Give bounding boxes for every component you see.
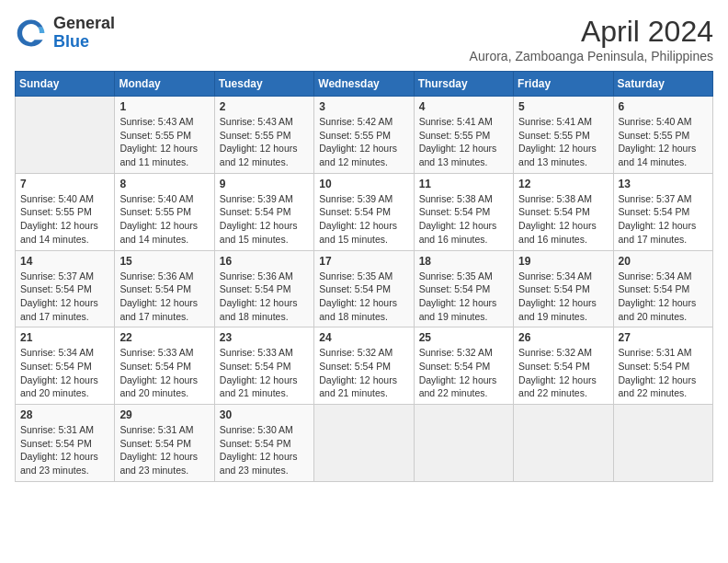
day-number: 21 xyxy=(20,331,109,344)
day-number: 30 xyxy=(220,408,309,421)
cell-text: Sunrise: 5:38 AM Sunset: 5:54 PM Dayligh… xyxy=(518,192,608,247)
weekday-header-cell: Sunday xyxy=(16,72,115,97)
cell-text: Sunrise: 5:43 AM Sunset: 5:55 PM Dayligh… xyxy=(220,115,309,169)
cell-text: Sunrise: 5:39 AM Sunset: 5:54 PM Dayligh… xyxy=(319,192,408,247)
day-number: 27 xyxy=(619,331,708,344)
logo-general-text: General xyxy=(53,14,115,32)
calendar-cell: 14Sunrise: 5:37 AM Sunset: 5:54 PM Dayli… xyxy=(16,250,115,327)
day-number: 6 xyxy=(619,100,708,113)
calendar-cell: 23Sunrise: 5:33 AM Sunset: 5:54 PM Dayli… xyxy=(214,327,313,405)
logo-icon xyxy=(15,17,48,50)
day-number: 5 xyxy=(518,100,608,113)
calendar-cell: 4Sunrise: 5:41 AM Sunset: 5:55 PM Daylig… xyxy=(414,97,513,174)
calendar-cell: 6Sunrise: 5:40 AM Sunset: 5:55 PM Daylig… xyxy=(613,97,712,174)
day-number: 16 xyxy=(220,255,309,268)
weekday-header-cell: Saturday xyxy=(613,72,712,97)
cell-text: Sunrise: 5:35 AM Sunset: 5:54 PM Dayligh… xyxy=(319,270,408,324)
cell-text: Sunrise: 5:36 AM Sunset: 5:54 PM Dayligh… xyxy=(119,270,209,324)
calendar-cell: 8Sunrise: 5:40 AM Sunset: 5:55 PM Daylig… xyxy=(115,173,214,250)
weekday-header-cell: Tuesday xyxy=(214,72,313,97)
calendar-cell: 28Sunrise: 5:31 AM Sunset: 5:54 PM Dayli… xyxy=(16,405,115,482)
calendar-cell xyxy=(514,405,613,482)
weekday-header-cell: Thursday xyxy=(414,72,513,97)
day-number: 15 xyxy=(119,255,209,268)
calendar-cell: 25Sunrise: 5:32 AM Sunset: 5:54 PM Dayli… xyxy=(414,327,513,405)
day-number: 10 xyxy=(319,178,408,190)
day-number: 19 xyxy=(518,255,608,268)
day-number: 12 xyxy=(518,178,608,190)
calendar-cell: 5Sunrise: 5:41 AM Sunset: 5:55 PM Daylig… xyxy=(514,97,613,174)
calendar-week-row: 7Sunrise: 5:40 AM Sunset: 5:55 PM Daylig… xyxy=(16,173,713,250)
day-number: 29 xyxy=(119,408,209,421)
cell-text: Sunrise: 5:37 AM Sunset: 5:54 PM Dayligh… xyxy=(20,270,109,324)
cell-text: Sunrise: 5:30 AM Sunset: 5:54 PM Dayligh… xyxy=(220,423,309,477)
subtitle: Aurora, Zamboanga Peninsula, Philippines xyxy=(470,49,713,63)
calendar-week-row: 21Sunrise: 5:34 AM Sunset: 5:54 PM Dayli… xyxy=(16,327,713,405)
cell-text: Sunrise: 5:33 AM Sunset: 5:54 PM Dayligh… xyxy=(119,346,209,400)
calendar-cell: 9Sunrise: 5:39 AM Sunset: 5:54 PM Daylig… xyxy=(214,173,313,250)
calendar-cell: 20Sunrise: 5:34 AM Sunset: 5:54 PM Dayli… xyxy=(613,250,712,327)
day-number: 1 xyxy=(119,100,209,113)
day-number: 18 xyxy=(419,255,508,268)
cell-text: Sunrise: 5:34 AM Sunset: 5:54 PM Dayligh… xyxy=(20,346,109,400)
cell-text: Sunrise: 5:43 AM Sunset: 5:55 PM Dayligh… xyxy=(119,115,209,169)
calendar-cell: 26Sunrise: 5:32 AM Sunset: 5:54 PM Dayli… xyxy=(514,327,613,405)
cell-text: Sunrise: 5:40 AM Sunset: 5:55 PM Dayligh… xyxy=(119,192,209,247)
day-number: 9 xyxy=(220,178,309,190)
calendar-cell: 30Sunrise: 5:30 AM Sunset: 5:54 PM Dayli… xyxy=(214,405,313,482)
cell-text: Sunrise: 5:38 AM Sunset: 5:54 PM Dayligh… xyxy=(419,192,508,247)
calendar-cell: 21Sunrise: 5:34 AM Sunset: 5:54 PM Dayli… xyxy=(16,327,115,405)
day-number: 8 xyxy=(119,178,209,190)
calendar-body: 1Sunrise: 5:43 AM Sunset: 5:55 PM Daylig… xyxy=(16,97,713,482)
cell-text: Sunrise: 5:35 AM Sunset: 5:54 PM Dayligh… xyxy=(419,270,508,324)
cell-text: Sunrise: 5:31 AM Sunset: 5:54 PM Dayligh… xyxy=(119,423,209,477)
day-number: 25 xyxy=(419,331,508,344)
cell-text: Sunrise: 5:31 AM Sunset: 5:54 PM Dayligh… xyxy=(619,346,708,400)
weekday-header-cell: Friday xyxy=(514,72,613,97)
day-number: 23 xyxy=(220,331,309,344)
calendar-cell: 1Sunrise: 5:43 AM Sunset: 5:55 PM Daylig… xyxy=(115,97,214,174)
cell-text: Sunrise: 5:34 AM Sunset: 5:54 PM Dayligh… xyxy=(518,270,608,324)
day-number: 26 xyxy=(518,331,608,344)
calendar-cell: 22Sunrise: 5:33 AM Sunset: 5:54 PM Dayli… xyxy=(115,327,214,405)
cell-text: Sunrise: 5:42 AM Sunset: 5:55 PM Dayligh… xyxy=(319,115,408,169)
cell-text: Sunrise: 5:39 AM Sunset: 5:54 PM Dayligh… xyxy=(220,192,309,247)
cell-text: Sunrise: 5:37 AM Sunset: 5:54 PM Dayligh… xyxy=(619,192,708,247)
cell-text: Sunrise: 5:36 AM Sunset: 5:54 PM Dayligh… xyxy=(220,270,309,324)
calendar-table: SundayMondayTuesdayWednesdayThursdayFrid… xyxy=(15,71,713,482)
calendar-cell xyxy=(414,405,513,482)
calendar-cell: 27Sunrise: 5:31 AM Sunset: 5:54 PM Dayli… xyxy=(613,327,712,405)
day-number: 2 xyxy=(220,100,309,113)
cell-text: Sunrise: 5:31 AM Sunset: 5:54 PM Dayligh… xyxy=(20,423,109,477)
logo: General Blue xyxy=(15,15,115,52)
day-number: 20 xyxy=(619,255,708,268)
calendar-cell: 15Sunrise: 5:36 AM Sunset: 5:54 PM Dayli… xyxy=(115,250,214,327)
day-number: 13 xyxy=(619,178,708,190)
day-number: 28 xyxy=(20,408,109,421)
day-number: 22 xyxy=(119,331,209,344)
cell-text: Sunrise: 5:34 AM Sunset: 5:54 PM Dayligh… xyxy=(619,270,708,324)
calendar-cell: 24Sunrise: 5:32 AM Sunset: 5:54 PM Dayli… xyxy=(314,327,414,405)
calendar-cell: 7Sunrise: 5:40 AM Sunset: 5:55 PM Daylig… xyxy=(16,173,115,250)
calendar-cell: 16Sunrise: 5:36 AM Sunset: 5:54 PM Dayli… xyxy=(214,250,313,327)
cell-text: Sunrise: 5:32 AM Sunset: 5:54 PM Dayligh… xyxy=(319,346,408,400)
calendar-cell: 10Sunrise: 5:39 AM Sunset: 5:54 PM Dayli… xyxy=(314,173,414,250)
cell-text: Sunrise: 5:41 AM Sunset: 5:55 PM Dayligh… xyxy=(419,115,508,169)
calendar-week-row: 1Sunrise: 5:43 AM Sunset: 5:55 PM Daylig… xyxy=(16,97,713,174)
weekday-header-cell: Monday xyxy=(115,72,214,97)
day-number: 17 xyxy=(319,255,408,268)
calendar-cell: 2Sunrise: 5:43 AM Sunset: 5:55 PM Daylig… xyxy=(214,97,313,174)
day-number: 7 xyxy=(20,178,109,190)
title-block: April 2024 Aurora, Zamboanga Peninsula, … xyxy=(470,15,713,63)
page-header: General Blue April 2024 Aurora, Zamboang… xyxy=(15,15,713,63)
day-number: 11 xyxy=(419,178,508,190)
cell-text: Sunrise: 5:33 AM Sunset: 5:54 PM Dayligh… xyxy=(220,346,309,400)
calendar-cell xyxy=(613,405,712,482)
cell-text: Sunrise: 5:40 AM Sunset: 5:55 PM Dayligh… xyxy=(619,115,708,169)
calendar-cell xyxy=(314,405,414,482)
calendar-cell: 11Sunrise: 5:38 AM Sunset: 5:54 PM Dayli… xyxy=(414,173,513,250)
calendar-cell: 3Sunrise: 5:42 AM Sunset: 5:55 PM Daylig… xyxy=(314,97,414,174)
calendar-cell: 12Sunrise: 5:38 AM Sunset: 5:54 PM Dayli… xyxy=(514,173,613,250)
calendar-header-row: SundayMondayTuesdayWednesdayThursdayFrid… xyxy=(16,72,713,97)
month-year: April 2024 xyxy=(470,15,713,49)
